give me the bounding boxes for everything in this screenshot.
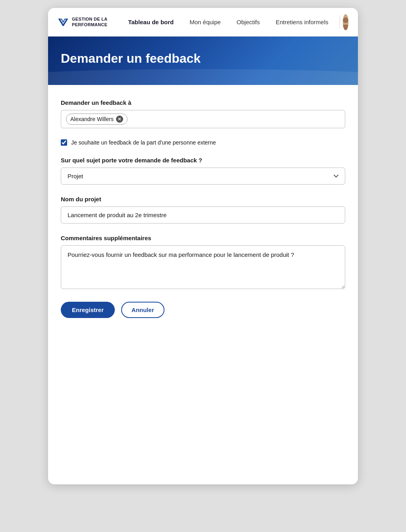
recipient-tag-close-icon[interactable]: ✕ [116,116,123,123]
navbar-nav: Tableau de bord Mon équipe Objectifs Ent… [120,15,336,29]
comments-textarea[interactable] [61,245,345,289]
button-row: Enregistrer Annuler [61,302,345,318]
external-checkbox[interactable] [61,139,67,146]
subject-label: Sur quel sujet porte votre demande de fe… [61,157,345,164]
recipient-tag: Alexandre Willers ✕ [66,114,128,125]
save-button[interactable]: Enregistrer [61,302,115,318]
comments-label: Commentaires supplémentaires [61,235,345,241]
brand-text: GESTION DE LA PERFORMANCE [72,17,107,27]
nav-item-equipe[interactable]: Mon équipe [182,15,228,29]
external-checkbox-label[interactable]: Je souhaite un feedback de la part d'une… [71,139,216,146]
brand: GESTION DE LA PERFORMANCE [58,17,107,28]
nav-item-entretiens[interactable]: Entretiens informels [268,15,336,29]
subject-select[interactable]: Projet Performance générale Compétences … [61,168,345,185]
avatar-image [343,14,348,30]
external-checkbox-row: Je souhaite un feedback de la part d'une… [61,139,345,146]
page-title: Demander un feedback [61,51,345,66]
form-area: Demander un feedback à Alexandre Willers… [48,85,358,337]
svg-point-2 [343,25,348,30]
navbar: GESTION DE LA PERFORMANCE Tableau de bor… [48,8,358,37]
user-avatar[interactable] [343,14,348,30]
cancel-button[interactable]: Annuler [121,302,164,318]
svg-point-1 [343,17,348,23]
project-name-group: Nom du projet [61,196,345,224]
recipient-input-container[interactable]: Alexandre Willers ✕ [61,110,345,128]
subject-group: Sur quel sujet porte votre demande de fe… [61,157,345,185]
app-container: GESTION DE LA PERFORMANCE Tableau de bor… [48,8,358,484]
recipient-tag-label: Alexandre Willers [70,116,114,122]
comments-group: Commentaires supplémentaires [61,235,345,291]
brand-logo-icon [58,17,69,28]
nav-item-tableau[interactable]: Tableau de bord [120,15,182,29]
nav-item-objectifs[interactable]: Objectifs [229,15,268,29]
hero-banner: Demander un feedback [48,37,358,85]
feedback-to-label: Demander un feedback à [61,99,345,106]
project-name-label: Nom du projet [61,196,345,202]
project-name-input[interactable] [61,206,345,224]
feedback-to-group: Demander un feedback à Alexandre Willers… [61,99,345,128]
